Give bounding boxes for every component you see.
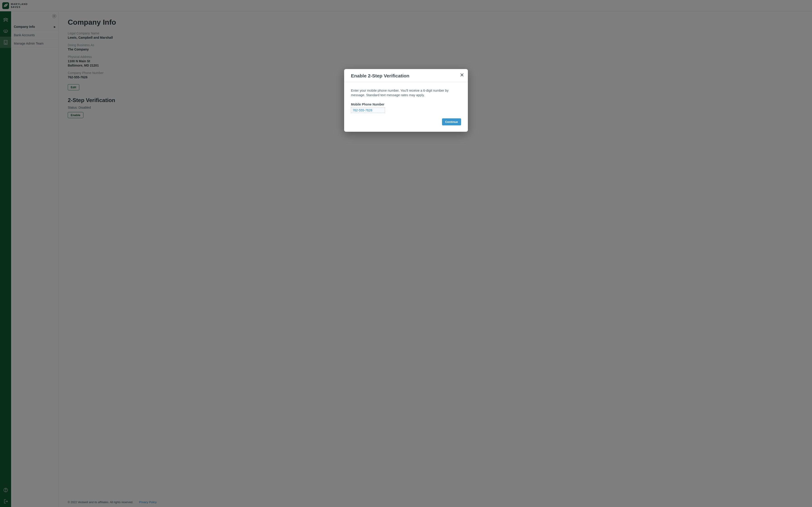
continue-button[interactable]: Continue [442, 118, 461, 125]
modal-overlay: Enable 2-Step Verification Enter your mo… [0, 0, 812, 507]
mobile-phone-label: Mobile Phone Number [351, 103, 461, 106]
enable-2step-modal: Enable 2-Step Verification Enter your mo… [344, 69, 468, 132]
modal-title: Enable 2-Step Verification [351, 73, 461, 78]
close-icon[interactable] [460, 73, 464, 77]
modal-description: Enter your mobile phone number. You'll r… [351, 88, 461, 98]
mobile-phone-input[interactable] [353, 108, 383, 112]
